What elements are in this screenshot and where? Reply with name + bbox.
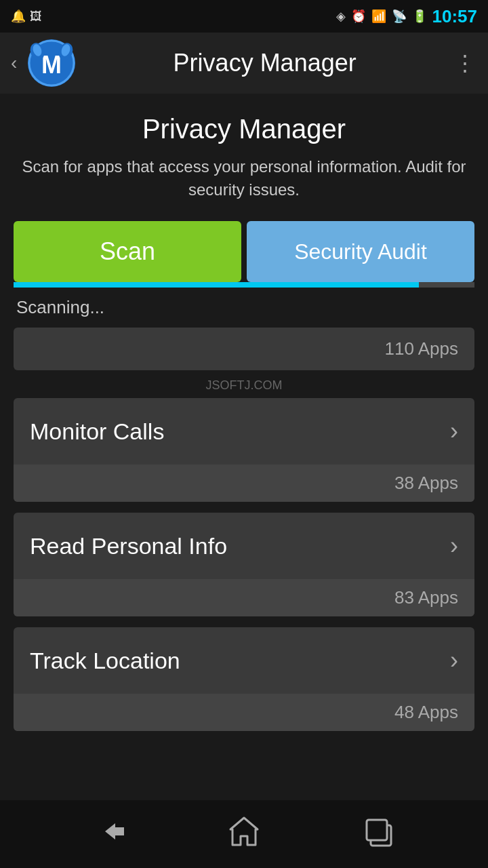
- chevron-icon-read-personal-info: ›: [450, 532, 458, 560]
- battery-icon: 🔋: [412, 9, 427, 24]
- security-audit-button[interactable]: Security Audit: [247, 221, 474, 282]
- back-button[interactable]: ‹: [11, 52, 17, 74]
- apps-count-bar: 110 Apps: [14, 328, 474, 370]
- chevron-icon-track-location: ›: [450, 646, 458, 675]
- notification-icon: 🔔: [11, 9, 26, 24]
- nav-home-button[interactable]: [216, 804, 272, 865]
- category-card-track-location[interactable]: Track Location › 48 Apps: [14, 627, 474, 731]
- bottom-nav: [0, 800, 488, 868]
- category-title-track-location: Track Location: [30, 648, 180, 674]
- back-nav-icon: [92, 818, 125, 845]
- category-footer-track-location: 48 Apps: [14, 694, 474, 731]
- scan-button[interactable]: Scan: [14, 221, 241, 282]
- signal-icon: 📡: [392, 9, 407, 24]
- category-card-monitor-calls[interactable]: Monitor Calls › 38 Apps: [14, 398, 474, 502]
- wifi-icon: 📶: [371, 9, 386, 24]
- nfc-icon: ◈: [336, 9, 346, 24]
- photo-icon: 🖼: [30, 9, 42, 24]
- status-bar: 🔔 🖼 ◈ ⏰ 📶 📡 🔋 10:57: [0, 0, 488, 33]
- recents-nav-icon: [363, 814, 396, 848]
- svg-text:M: M: [41, 51, 62, 79]
- category-title-read-personal-info: Read Personal Info: [30, 533, 227, 559]
- category-footer-read-personal-info: 83 Apps: [14, 579, 474, 616]
- page-title: Privacy Manager: [14, 114, 474, 144]
- status-left-icons: 🔔 🖼: [11, 9, 42, 24]
- watermark: JSOFTJ.COM: [14, 376, 474, 395]
- svg-marker-7: [230, 818, 258, 845]
- status-right-icons: ◈ ⏰ 📶 📡 🔋 10:57: [336, 6, 478, 27]
- category-card-read-personal-info[interactable]: Read Personal Info › 83 Apps: [14, 513, 474, 616]
- action-buttons-row: Scan Security Audit: [14, 221, 474, 282]
- more-menu-button[interactable]: ⋮: [454, 50, 477, 76]
- nav-recents-button[interactable]: [352, 804, 407, 865]
- app-bar: ‹ M Privacy Manager ⋮: [0, 33, 488, 94]
- svg-rect-9: [367, 820, 387, 840]
- chevron-icon-monitor-calls: ›: [450, 417, 458, 446]
- page-subtitle: Scan for apps that access your personal …: [14, 155, 474, 201]
- category-title-monitor-calls: Monitor Calls: [30, 418, 164, 445]
- category-header-track-location[interactable]: Track Location ›: [14, 627, 474, 694]
- scanning-status: Scanning...: [14, 288, 474, 328]
- progress-container: [14, 282, 474, 288]
- category-header-read-personal-info[interactable]: Read Personal Info ›: [14, 513, 474, 579]
- main-content: Privacy Manager Scan for apps that acces…: [0, 94, 488, 800]
- status-time: 10:57: [432, 6, 478, 27]
- progress-bar: [14, 282, 419, 288]
- nav-back-button[interactable]: [81, 807, 136, 862]
- category-header-monitor-calls[interactable]: Monitor Calls ›: [14, 398, 474, 465]
- app-bar-title: Privacy Manager: [86, 49, 443, 77]
- app-logo: M: [28, 39, 75, 87]
- home-nav-icon: [227, 814, 261, 848]
- alarm-icon: ⏰: [351, 9, 366, 24]
- category-footer-monitor-calls: 38 Apps: [14, 465, 474, 502]
